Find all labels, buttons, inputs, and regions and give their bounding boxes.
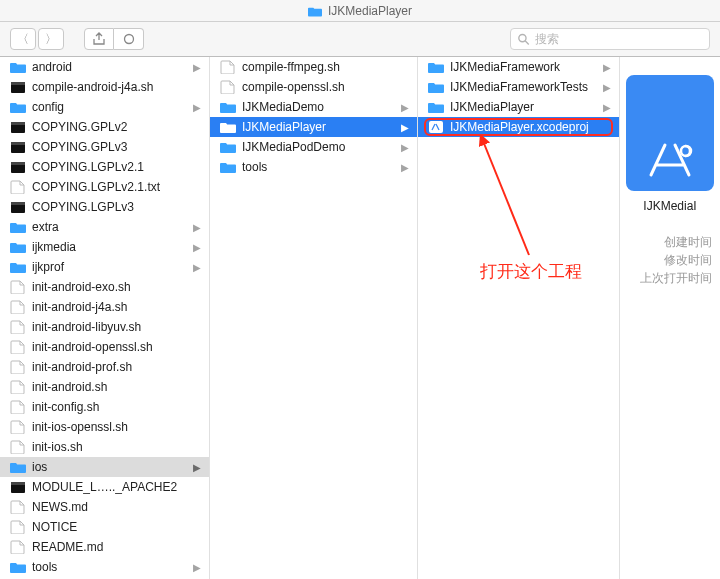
- doc-icon: [10, 180, 26, 194]
- doc-icon: [220, 80, 236, 94]
- file-label: init-android-prof.sh: [32, 360, 201, 374]
- folder-icon: [428, 60, 444, 74]
- file-row[interactable]: config▶: [0, 97, 209, 117]
- file-label: init-config.sh: [32, 400, 201, 414]
- file-row[interactable]: tools▶: [210, 157, 417, 177]
- nav-buttons: 〈 〉: [10, 28, 64, 50]
- search-field[interactable]: [510, 28, 710, 50]
- file-row[interactable]: ios▶: [0, 457, 209, 477]
- folder-icon: [428, 80, 444, 94]
- file-row[interactable]: IJKMediaDemo▶: [210, 97, 417, 117]
- file-row[interactable]: IJKMediaPlayer.xcodeproj: [418, 117, 619, 137]
- search-input[interactable]: [535, 32, 703, 46]
- doc-icon: [220, 60, 236, 74]
- file-row[interactable]: init-config.sh: [0, 397, 209, 417]
- doc-icon: [10, 540, 26, 554]
- folder-icon: [10, 220, 26, 234]
- file-row[interactable]: NEWS.md: [0, 497, 209, 517]
- doc-icon: [10, 340, 26, 354]
- file-row[interactable]: tools▶: [0, 557, 209, 577]
- folder-icon: [428, 100, 444, 114]
- doc-icon: [10, 360, 26, 374]
- file-row[interactable]: COPYING.LGPLv3: [0, 197, 209, 217]
- folder-icon: [10, 100, 26, 114]
- chevron-right-icon: ▶: [401, 142, 409, 153]
- folder-icon: [10, 260, 26, 274]
- forward-button[interactable]: 〉: [38, 28, 64, 50]
- exec-icon: [10, 480, 26, 494]
- toolbar: 〈 〉: [0, 22, 720, 57]
- tags-button[interactable]: [114, 28, 144, 50]
- file-row[interactable]: ijkmedia▶: [0, 237, 209, 257]
- file-row[interactable]: COPYING.LGPLv2.1.txt: [0, 177, 209, 197]
- column-browser: android▶compile-android-j4a.shconfig▶COP…: [0, 57, 720, 579]
- xcode-icon: [428, 120, 444, 134]
- file-row[interactable]: compile-openssl.sh: [210, 77, 417, 97]
- chevron-right-icon: ▶: [193, 262, 201, 273]
- xcodeproj-icon: [626, 75, 714, 191]
- file-label: COPYING.LGPLv2.1.txt: [32, 180, 201, 194]
- meta-modified-label: 修改时间: [620, 251, 712, 269]
- folder-icon: [10, 560, 26, 574]
- file-row[interactable]: COPYING.GPLv2: [0, 117, 209, 137]
- doc-icon: [10, 520, 26, 534]
- file-row[interactable]: IJKMediaFrameworkTests▶: [418, 77, 619, 97]
- file-row[interactable]: IJKMediaPlayer▶: [210, 117, 417, 137]
- file-row[interactable]: README.md: [0, 537, 209, 557]
- file-label: extra: [32, 220, 187, 234]
- file-row[interactable]: COPYING.GPLv3: [0, 137, 209, 157]
- file-row[interactable]: init-ios-openssl.sh: [0, 417, 209, 437]
- chevron-right-icon: ▶: [603, 62, 611, 73]
- file-row[interactable]: MODULE_L….._APACHE2: [0, 477, 209, 497]
- chevron-right-icon: ▶: [193, 222, 201, 233]
- doc-icon: [10, 400, 26, 414]
- file-row[interactable]: init-android.sh: [0, 377, 209, 397]
- column-2[interactable]: compile-ffmpeg.shcompile-openssl.shIJKMe…: [210, 57, 418, 579]
- folder-icon: [220, 160, 236, 174]
- file-metadata: 创建时间 修改时间 上次打开时间: [620, 233, 720, 287]
- file-row[interactable]: compile-ffmpeg.sh: [210, 57, 417, 77]
- back-button[interactable]: 〈: [10, 28, 36, 50]
- chevron-right-icon: ▶: [193, 562, 201, 573]
- chevron-right-icon: ▶: [603, 102, 611, 113]
- file-row[interactable]: init-android-openssl.sh: [0, 337, 209, 357]
- file-row[interactable]: init-android-j4a.sh: [0, 297, 209, 317]
- file-label: ijkprof: [32, 260, 187, 274]
- file-label: COPYING.LGPLv2.1: [32, 160, 201, 174]
- file-row[interactable]: extra▶: [0, 217, 209, 237]
- chevron-right-icon: ▶: [193, 462, 201, 473]
- file-row[interactable]: init-android-prof.sh: [0, 357, 209, 377]
- meta-opened-label: 上次打开时间: [620, 269, 712, 287]
- file-label: MODULE_L….._APACHE2: [32, 480, 201, 494]
- file-row[interactable]: COPYING.LGPLv2.1: [0, 157, 209, 177]
- file-row[interactable]: init-ios.sh: [0, 437, 209, 457]
- file-row[interactable]: IJKMediaPodDemo▶: [210, 137, 417, 157]
- chevron-right-icon: ▶: [401, 102, 409, 113]
- file-row[interactable]: ijkprof▶: [0, 257, 209, 277]
- file-row[interactable]: compile-android-j4a.sh: [0, 77, 209, 97]
- exec-icon: [10, 140, 26, 154]
- file-label: README.md: [32, 540, 201, 554]
- folder-icon: [220, 140, 236, 154]
- svg-point-6: [124, 35, 133, 44]
- file-row[interactable]: android▶: [0, 57, 209, 77]
- file-row[interactable]: NOTICE: [0, 517, 209, 537]
- file-label: ios: [32, 460, 187, 474]
- file-label: COPYING.GPLv2: [32, 120, 201, 134]
- search-icon: [517, 32, 530, 46]
- file-row[interactable]: IJKMediaPlayer▶: [418, 97, 619, 117]
- file-row[interactable]: IJKMediaFramework▶: [418, 57, 619, 77]
- chevron-right-icon: ▶: [193, 62, 201, 73]
- file-label: COPYING.LGPLv3: [32, 200, 201, 214]
- file-label: init-ios.sh: [32, 440, 201, 454]
- file-label: NEWS.md: [32, 500, 201, 514]
- column-1[interactable]: android▶compile-android-j4a.shconfig▶COP…: [0, 57, 210, 579]
- file-row[interactable]: init-android-libyuv.sh: [0, 317, 209, 337]
- exec-icon: [10, 80, 26, 94]
- preview-thumbnail: [626, 75, 714, 191]
- preview-filename: IJKMediaI: [620, 199, 720, 213]
- share-button[interactable]: [84, 28, 114, 50]
- column-3[interactable]: IJKMediaFramework▶IJKMediaFrameworkTests…: [418, 57, 620, 579]
- file-label: IJKMediaFramework: [450, 60, 597, 74]
- file-row[interactable]: init-android-exo.sh: [0, 277, 209, 297]
